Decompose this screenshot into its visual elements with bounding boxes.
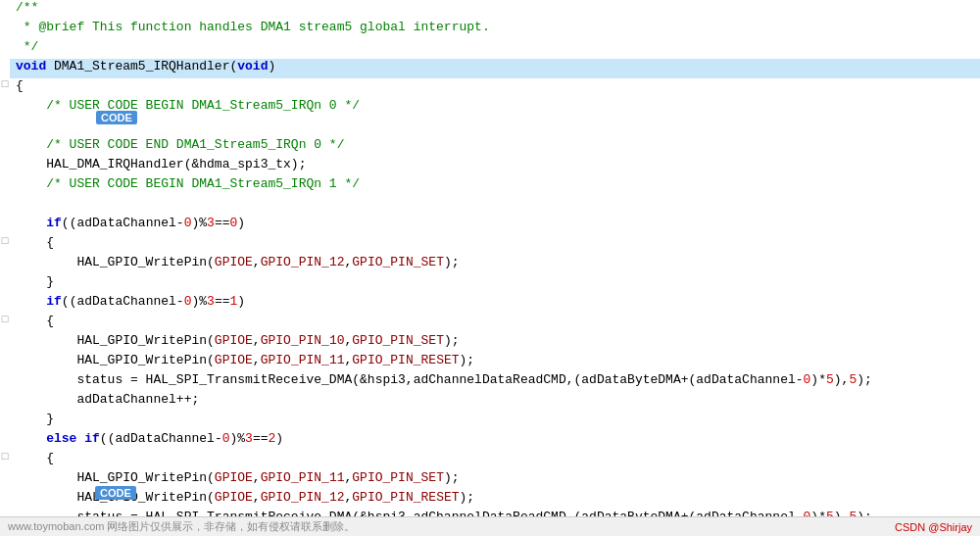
code-line: HAL_GPIO_WritePin(GPIOE,GPIO_PIN_10,GPIO… (0, 333, 980, 353)
fold-marker (0, 118, 10, 137)
bottom-bar: www.toymoban.com 网络图片仅供展示，非存储，如有侵权请联系删除。… (0, 516, 980, 536)
code-line: □{ (0, 78, 980, 98)
fold-marker (0, 0, 10, 20)
code-line: void DMA1_Stream5_IRQHandler(void) (0, 59, 980, 78)
line-content: /* USER CODE BEGIN DMA1_Stream5_IRQn 0 *… (10, 98, 980, 118)
code-line: } (0, 412, 980, 431)
code-line: HAL_GPIO_WritePin(GPIOE,GPIO_PIN_11,GPIO… (0, 470, 980, 490)
fold-marker (0, 431, 10, 451)
code-line: □ { (0, 451, 980, 470)
line-content: HAL_GPIO_WritePin(GPIOE,GPIO_PIN_12,GPIO… (10, 490, 980, 510)
fold-marker (0, 39, 10, 59)
code-line: HAL_GPIO_WritePin(GPIOE,GPIO_PIN_11,GPIO… (0, 353, 980, 372)
code-container: CODE CODE /** * @brief This function han… (0, 0, 980, 536)
code-line: /** (0, 0, 980, 20)
code-lines: /** * @brief This function handles DMA1 … (0, 0, 980, 536)
line-content: { (10, 451, 980, 470)
watermark-text: www.toymoban.com 网络图片仅供展示，非存储，如有侵权请联系删除。 (8, 519, 355, 534)
code-line: □ { (0, 235, 980, 255)
fold-marker[interactable]: □ (0, 78, 10, 98)
code-line: adDataChannel++; (0, 392, 980, 412)
fold-marker (0, 59, 10, 78)
line-content: HAL_GPIO_WritePin(GPIOE,GPIO_PIN_10,GPIO… (10, 333, 980, 353)
line-content: if((adDataChannel-0)%3==0) (10, 216, 980, 235)
fold-marker (0, 372, 10, 392)
line-content: } (10, 274, 980, 294)
fold-marker (0, 176, 10, 196)
fold-marker (0, 255, 10, 274)
code-line: □ { (0, 314, 980, 333)
line-content: void DMA1_Stream5_IRQHandler(void) (10, 59, 980, 78)
fold-marker (0, 470, 10, 490)
code-line: /* USER CODE BEGIN DMA1_Stream5_IRQn 0 *… (0, 98, 980, 118)
line-content (10, 118, 980, 137)
code-line: /* USER CODE BEGIN DMA1_Stream5_IRQn 1 *… (0, 176, 980, 196)
line-content: else if((adDataChannel-0)%3==2) (10, 431, 980, 451)
fold-marker (0, 137, 10, 157)
fold-marker (0, 490, 10, 510)
fold-marker[interactable]: □ (0, 314, 10, 333)
line-content: HAL_GPIO_WritePin(GPIOE,GPIO_PIN_11,GPIO… (10, 353, 980, 372)
fold-marker (0, 216, 10, 235)
code-tag-top: CODE (96, 111, 137, 124)
line-content: HAL_GPIO_WritePin(GPIOE,GPIO_PIN_12,GPIO… (10, 255, 980, 274)
line-content: status = HAL_SPI_TransmitReceive_DMA(&hs… (10, 372, 980, 392)
code-line: else if((adDataChannel-0)%3==2) (0, 431, 980, 451)
line-content: if((adDataChannel-0)%3==1) (10, 294, 980, 314)
fold-marker (0, 392, 10, 412)
line-content: { (10, 235, 980, 255)
code-line: HAL_GPIO_WritePin(GPIOE,GPIO_PIN_12,GPIO… (0, 255, 980, 274)
line-content: adDataChannel++; (10, 392, 980, 412)
code-line (0, 118, 980, 137)
code-line: HAL_GPIO_WritePin(GPIOE,GPIO_PIN_12,GPIO… (0, 490, 980, 510)
fold-marker (0, 20, 10, 39)
code-line: status = HAL_SPI_TransmitReceive_DMA(&hs… (0, 372, 980, 392)
line-content: /** (10, 0, 980, 20)
code-line: * @brief This function handles DMA1 stre… (0, 20, 980, 39)
line-content: /* USER CODE END DMA1_Stream5_IRQn 0 */ (10, 137, 980, 157)
code-line: if((adDataChannel-0)%3==1) (0, 294, 980, 314)
line-content: HAL_DMA_IRQHandler(&hdma_spi3_tx); (10, 157, 980, 176)
code-line: HAL_DMA_IRQHandler(&hdma_spi3_tx); (0, 157, 980, 176)
fold-marker (0, 196, 10, 216)
code-area[interactable]: /** * @brief This function handles DMA1 … (0, 0, 980, 536)
fold-marker (0, 98, 10, 118)
fold-marker (0, 333, 10, 353)
fold-marker (0, 353, 10, 372)
line-content: */ (10, 39, 980, 59)
fold-marker (0, 157, 10, 176)
code-line (0, 196, 980, 216)
fold-marker[interactable]: □ (0, 451, 10, 470)
code-line: /* USER CODE END DMA1_Stream5_IRQn 0 */ (0, 137, 980, 157)
fold-marker[interactable]: □ (0, 235, 10, 255)
line-content (10, 196, 980, 216)
fold-marker (0, 412, 10, 431)
code-line: if((adDataChannel-0)%3==0) (0, 216, 980, 235)
csdn-attribution: CSDN @Shirjay (895, 521, 972, 533)
line-content: } (10, 412, 980, 431)
line-content: HAL_GPIO_WritePin(GPIOE,GPIO_PIN_11,GPIO… (10, 470, 980, 490)
line-content: { (10, 78, 980, 98)
fold-marker (0, 274, 10, 294)
line-content: /* USER CODE BEGIN DMA1_Stream5_IRQn 1 *… (10, 176, 980, 196)
fold-marker (0, 294, 10, 314)
line-content: { (10, 314, 980, 333)
code-tag-bottom: CODE (95, 486, 136, 500)
code-line: } (0, 274, 980, 294)
code-line: */ (0, 39, 980, 59)
line-content: * @brief This function handles DMA1 stre… (10, 20, 980, 39)
